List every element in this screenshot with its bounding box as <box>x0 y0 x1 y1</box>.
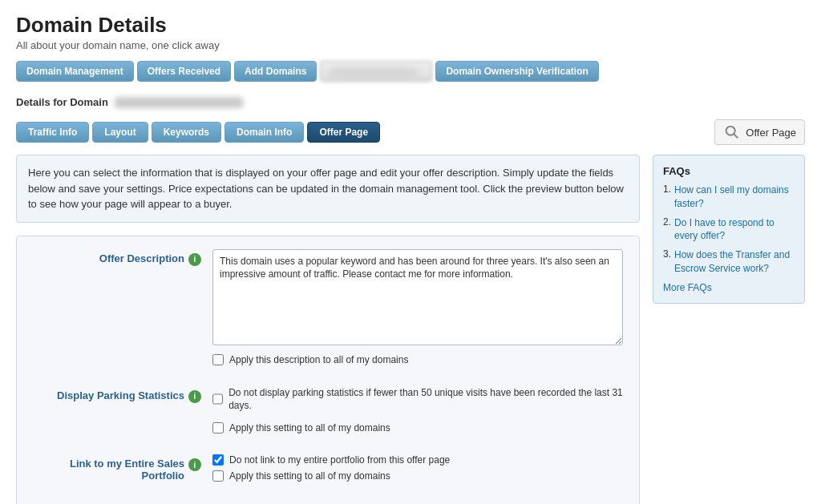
faq-num-1: 1. <box>663 183 671 195</box>
apply-description-all-label[interactable]: Apply this description to all of my doma… <box>229 354 408 365</box>
no-display-parking-checkbox[interactable] <box>212 393 223 405</box>
faq-item-3: 3. How does the Transfer and Escrow Serv… <box>663 248 795 276</box>
nav-offers-received[interactable]: Offers Received <box>137 61 231 82</box>
top-nav: Domain Management Offers Received Add Do… <box>16 61 805 82</box>
page-title: Domain Details All about your domain nam… <box>16 13 805 51</box>
display-parking-info-icon[interactable]: i <box>188 390 201 403</box>
faq-link-2[interactable]: Do I have to respond to every offer? <box>674 216 795 244</box>
domain-name-blurred <box>115 97 243 108</box>
offer-description-row: Offer Description i Apply this descripti… <box>33 249 623 370</box>
tab-offer-page[interactable]: Offer Page <box>307 122 380 143</box>
link-portfolio-row: Link to my Entire Sales Portfolio i Do n… <box>33 454 623 486</box>
info-box: Here you can select the information that… <box>16 155 640 223</box>
no-link-portfolio-row: Do not link to my entire portfolio from … <box>212 454 623 466</box>
apply-parking-all-label[interactable]: Apply this setting to all of my domains <box>229 422 390 433</box>
no-link-portfolio-checkbox[interactable] <box>212 454 224 466</box>
nav-domain-ownership-verification[interactable]: Domain Ownership Verification <box>435 61 598 82</box>
offer-description-info-icon[interactable]: i <box>188 253 201 266</box>
offer-description-textarea[interactable] <box>212 249 623 345</box>
offer-page-preview-label: Offer Page <box>746 127 796 139</box>
display-parking-fields: Do not display parking statistics if few… <box>212 386 623 439</box>
domain-details-label: Details for Domain <box>16 96 108 108</box>
faq-link-3[interactable]: How does the Transfer and Escrow Service… <box>674 248 795 276</box>
link-portfolio-fields: Do not link to my entire portfolio from … <box>212 454 623 486</box>
display-parking-row: Display Parking Statistics i Do not disp… <box>33 386 623 439</box>
faq-list: 1. How can I sell my domains faster? 2. … <box>663 183 795 276</box>
nav-domain-management[interactable]: Domain Management <box>16 61 134 82</box>
tab-traffic-info[interactable]: Traffic Info <box>16 122 89 143</box>
sub-tabs: Traffic Info Layout Keywords Domain Info… <box>16 122 380 143</box>
svg-point-0 <box>726 127 735 135</box>
more-faqs-link[interactable]: More FAQs <box>663 282 795 293</box>
apply-parking-all-row: Apply this setting to all of my domains <box>212 422 623 433</box>
faqs-title: FAQs <box>663 165 795 177</box>
tab-keywords[interactable]: Keywords <box>152 122 221 143</box>
apply-parking-all-checkbox[interactable] <box>212 422 224 433</box>
offer-page-preview-button[interactable]: Offer Page <box>714 119 805 145</box>
link-portfolio-info-icon[interactable]: i <box>188 458 201 471</box>
apply-description-all-checkbox[interactable] <box>212 354 224 365</box>
domain-details-bar: Details for Domain <box>16 93 805 111</box>
display-parking-label: Display Parking Statistics <box>57 389 184 401</box>
tab-layout[interactable]: Layout <box>92 122 148 143</box>
faq-link-1[interactable]: How can I sell my domains faster? <box>674 183 795 211</box>
faq-num-3: 3. <box>663 248 671 260</box>
right-panel: FAQs 1. How can I sell my domains faster… <box>653 155 805 504</box>
no-display-parking-label[interactable]: Do not display parking statistics if few… <box>229 386 623 413</box>
faqs-panel: FAQs 1. How can I sell my domains faster… <box>653 155 805 304</box>
faq-item-2: 2. Do I have to respond to every offer? <box>663 216 795 244</box>
apply-portfolio-all-row: Apply this setting to all of my domains <box>212 470 623 482</box>
offer-description-fields: Apply this description to all of my doma… <box>212 249 623 370</box>
apply-description-all-row: Apply this description to all of my doma… <box>212 354 623 365</box>
no-display-parking-row: Do not display parking statistics if few… <box>212 386 623 413</box>
nav-domain-blurred[interactable]: xxxxxxxxxxxxxxxxxx <box>320 61 432 82</box>
apply-portfolio-all-checkbox[interactable] <box>212 470 224 482</box>
magnifier-icon <box>723 123 741 141</box>
link-portfolio-label: Link to my Entire Sales Portfolio <box>33 458 184 482</box>
no-link-portfolio-label[interactable]: Do not link to my entire portfolio from … <box>229 454 450 466</box>
apply-portfolio-all-label[interactable]: Apply this setting to all of my domains <box>229 470 390 482</box>
tab-domain-info[interactable]: Domain Info <box>224 122 304 143</box>
faq-num-2: 2. <box>663 216 671 228</box>
form-panel: Offer Description i Apply this descripti… <box>16 236 640 505</box>
svg-line-1 <box>734 134 738 138</box>
offer-description-label: Offer Description <box>99 252 184 264</box>
faq-item-1: 1. How can I sell my domains faster? <box>663 183 795 211</box>
nav-add-domains[interactable]: Add Domains <box>234 61 317 82</box>
